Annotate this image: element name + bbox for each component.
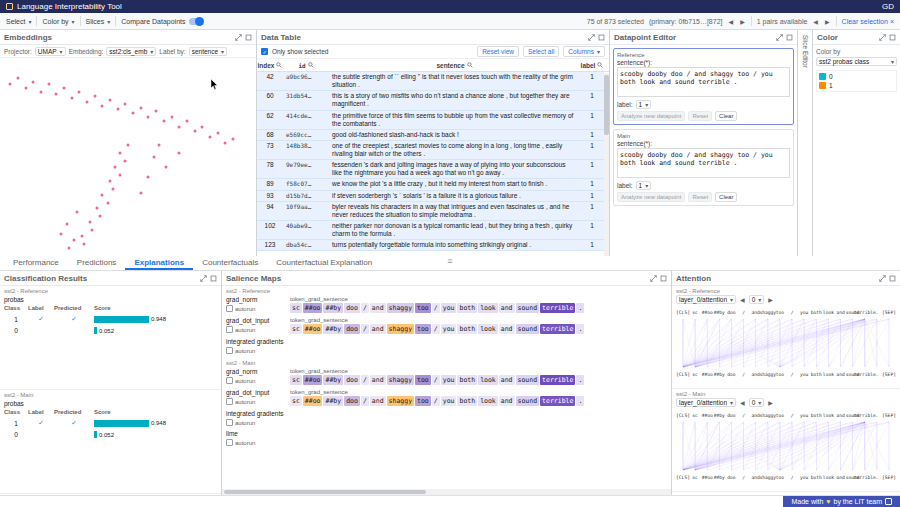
projector-select[interactable]: UMAP▾: [35, 47, 66, 56]
color-by-select[interactable]: sst2 probas class▾: [816, 57, 897, 66]
table-row[interactable]: 89f58c07…we know the plot 's a little cr…: [257, 179, 604, 190]
sentence-textarea[interactable]: scooby dooby doo / and shaggy too / you …: [617, 67, 790, 97]
column-header-label[interactable]: label: [580, 62, 604, 69]
svg-text:/: /: [791, 413, 794, 418]
clear-selection-button[interactable]: Clear selection×: [842, 18, 894, 25]
prev-head-button[interactable]: ◀: [739, 399, 746, 406]
table-row[interactable]: 93d15b7d…if steven soderbergh 's ` solar…: [257, 191, 604, 202]
reset-view-button[interactable]: Reset view: [477, 46, 519, 57]
column-header-id[interactable]: id: [283, 62, 329, 69]
next-pair-button[interactable]: ▶: [824, 18, 831, 25]
cell-sentence: one of the creepiest , scariest movies t…: [329, 142, 580, 158]
clear-button[interactable]: Clear: [715, 192, 737, 202]
user-badge[interactable]: GD: [882, 2, 894, 11]
attention-layer-select[interactable]: layer_0/attention▾: [676, 295, 736, 304]
attention-layer-select[interactable]: layer_0/attention▾: [676, 398, 736, 407]
next-datapoint-button[interactable]: ▶: [739, 18, 746, 25]
popout-icon[interactable]: [200, 275, 207, 282]
label-select[interactable]: 1▾: [636, 181, 652, 190]
salience-token: doo: [344, 303, 360, 313]
cell-sentence: the subtle strength of `` elling '' is t…: [329, 73, 580, 89]
search-icon[interactable]: [467, 62, 473, 69]
reset-button[interactable]: Reset: [688, 192, 712, 202]
classification-section: sst2 - ReferenceprobasClassLabelPredicte…: [0, 286, 221, 390]
autorun-checkbox[interactable]: [226, 398, 233, 405]
column-header-index[interactable]: index: [257, 62, 283, 69]
head-select[interactable]: 0▾: [749, 398, 765, 407]
toggle-on-icon[interactable]: [189, 18, 203, 25]
reset-button[interactable]: Reset: [688, 111, 712, 121]
analyze-new-datapoint-button[interactable]: Analyze new datapoint: [617, 192, 685, 202]
vertical-scrollbar[interactable]: [604, 73, 609, 256]
label-select[interactable]: 1▾: [636, 100, 652, 109]
table-row[interactable]: 42a9bc96…the subtle strength of `` ellin…: [257, 72, 604, 91]
autorun-checkbox[interactable]: [226, 326, 233, 333]
autorun-checkbox[interactable]: [226, 439, 233, 446]
tab-counterfactuals[interactable]: Counterfactuals: [193, 256, 267, 270]
table-row[interactable]: 10240abe9…neither parker nor donovan is …: [257, 221, 604, 240]
embedding-scatter[interactable]: [0, 58, 256, 256]
table-row[interactable]: 789e79ee…fessenden 's dark and jolting i…: [257, 160, 604, 179]
maximize-icon[interactable]: [660, 275, 667, 282]
salience-token: and: [370, 324, 386, 334]
prev-datapoint-button[interactable]: ◀: [728, 18, 735, 25]
popout-icon[interactable]: [650, 275, 657, 282]
only-show-selected-checkbox[interactable]: ✓: [261, 48, 268, 55]
analyze-new-datapoint-button[interactable]: Analyze new datapoint: [617, 111, 685, 121]
select-menu[interactable]: Select▾: [6, 18, 31, 25]
table-row[interactable]: 9410f9aa…byler reveals his characters in…: [257, 202, 604, 221]
scrollbar-thumb[interactable]: [224, 490, 426, 494]
compare-datapoints-label: Compare Datapoints: [121, 18, 185, 25]
salience-section: sst2 - Maingrad_normautoruntoken_grad_se…: [222, 358, 671, 446]
table-row[interactable]: 6031db54…this is a story of two misfits …: [257, 91, 604, 110]
table-row[interactable]: 62414cde…the primitive force of this fil…: [257, 111, 604, 130]
tab-counterfactual-explanation[interactable]: Counterfactual Explanation: [267, 256, 381, 270]
popout-icon[interactable]: [879, 34, 886, 41]
labelby-select[interactable]: sentence▾: [189, 47, 227, 56]
maximize-icon[interactable]: [210, 275, 217, 282]
tab-predictions[interactable]: Predictions: [68, 256, 126, 270]
prev-head-button[interactable]: ◀: [739, 296, 746, 303]
clear-button[interactable]: Clear: [715, 111, 737, 121]
compare-datapoints-control[interactable]: Compare Datapoints: [121, 18, 203, 25]
popout-icon[interactable]: [776, 34, 783, 41]
head-select[interactable]: 0▾: [749, 295, 765, 304]
maximize-icon[interactable]: [889, 275, 896, 282]
autorun-checkbox[interactable]: [226, 305, 233, 312]
salience-token: and: [370, 375, 386, 385]
next-head-button[interactable]: ▶: [767, 399, 774, 406]
embedding-select[interactable]: sst2:cls_emb▾: [106, 47, 156, 56]
tab-performance[interactable]: Performance: [4, 256, 68, 270]
table-row[interactable]: 68e569cc…good old-fashioned slash-and-ha…: [257, 130, 604, 141]
chevron-down-icon: ▾: [28, 18, 31, 25]
scrollbar-thumb[interactable]: [604, 75, 609, 135]
table-row[interactable]: 73148b38…one of the creepiest , scariest…: [257, 141, 604, 160]
table-row[interactable]: 123dba54c…turns potentially forgettable …: [257, 240, 604, 251]
slices-menu[interactable]: Slices▾: [86, 18, 111, 25]
maximize-icon[interactable]: [598, 34, 605, 41]
select-all-button[interactable]: Select all: [523, 46, 559, 57]
autorun-checkbox[interactable]: [226, 419, 233, 426]
search-icon[interactable]: [597, 62, 603, 69]
color-by-menu[interactable]: Color by▾: [42, 18, 74, 25]
embedding-point: [98, 215, 101, 218]
slice-editor-collapsed-module[interactable]: Slice Editor: [798, 30, 813, 256]
prev-pair-button[interactable]: ◀: [812, 18, 819, 25]
popout-icon[interactable]: [235, 34, 242, 41]
search-icon[interactable]: [308, 62, 314, 69]
next-head-button[interactable]: ▶: [767, 296, 774, 303]
sentence-textarea[interactable]: scooby dooby doo / and shaggy too / you …: [617, 148, 790, 178]
drag-handle-icon[interactable]: ≡: [447, 256, 452, 266]
popout-icon[interactable]: [588, 34, 595, 41]
autorun-checkbox[interactable]: [226, 347, 233, 354]
maximize-icon[interactable]: [786, 34, 793, 41]
maximize-icon[interactable]: [245, 34, 252, 41]
columns-button[interactable]: Columns▾: [563, 46, 605, 57]
salience-method-grad_norm: grad_normautoruntoken_grad_sentencesc##o…: [226, 296, 667, 313]
autorun-checkbox[interactable]: [226, 377, 233, 384]
search-icon[interactable]: [276, 62, 282, 69]
popout-icon[interactable]: [879, 275, 886, 282]
tab-explanations[interactable]: Explanations: [125, 256, 193, 270]
column-header-sentence[interactable]: sentence: [329, 62, 580, 69]
maximize-icon[interactable]: [889, 34, 896, 41]
